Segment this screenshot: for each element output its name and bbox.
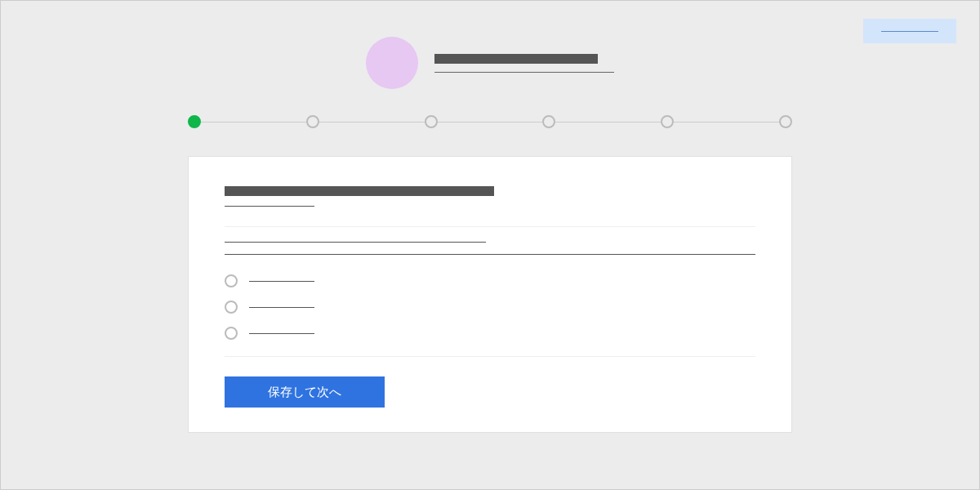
- step-3[interactable]: [425, 115, 438, 128]
- step-1[interactable]: [188, 115, 201, 128]
- progress-stepper: [188, 115, 792, 128]
- radio-group: [225, 274, 755, 340]
- page-header: [366, 37, 614, 89]
- radio-icon: [225, 327, 238, 340]
- page-subtitle: [434, 72, 614, 73]
- radio-icon: [225, 301, 238, 314]
- header-text: [434, 54, 614, 73]
- section-subtitle: [225, 206, 314, 207]
- section-title: [225, 186, 494, 196]
- top-action-button[interactable]: [863, 19, 956, 43]
- radio-label: [249, 307, 314, 308]
- radio-option-1[interactable]: [225, 274, 755, 287]
- radio-label: [249, 281, 314, 282]
- top-action-label: [881, 31, 938, 32]
- step-4[interactable]: [542, 115, 555, 128]
- divider: [225, 226, 755, 227]
- divider: [225, 356, 755, 357]
- question-line-2: [225, 254, 755, 255]
- save-next-button[interactable]: 保存して次へ: [225, 376, 385, 408]
- question-line-1: [225, 242, 486, 243]
- radio-option-3[interactable]: [225, 327, 755, 340]
- page-title: [434, 54, 598, 64]
- form-card: 保存して次へ: [188, 156, 792, 433]
- step-2[interactable]: [306, 115, 319, 128]
- avatar: [366, 37, 418, 89]
- radio-icon: [225, 274, 238, 287]
- radio-label: [249, 333, 314, 334]
- radio-option-2[interactable]: [225, 301, 755, 314]
- step-5[interactable]: [661, 115, 674, 128]
- step-6[interactable]: [779, 115, 792, 128]
